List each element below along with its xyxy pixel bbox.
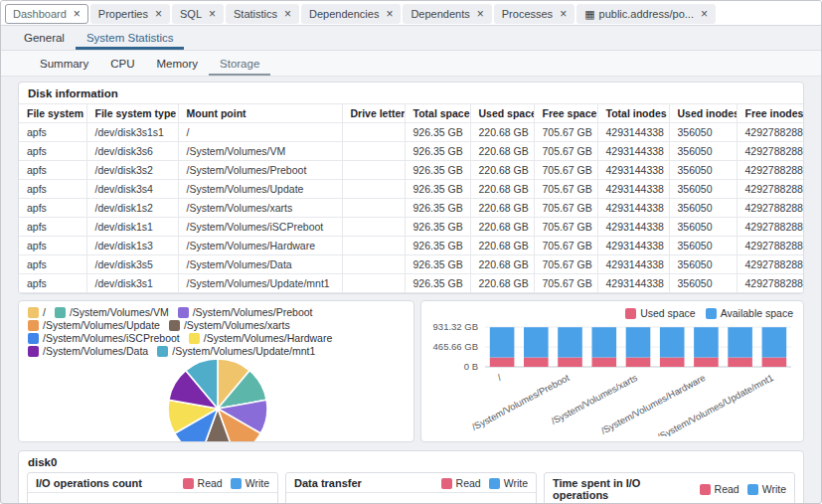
tab-general[interactable]: General	[13, 28, 76, 50]
close-icon[interactable]: ×	[386, 8, 393, 20]
y-axis-tick-label: 465.66 GB	[433, 341, 478, 352]
table-cell: /dev/disk3s5	[86, 255, 178, 274]
close-icon[interactable]: ×	[284, 8, 291, 20]
table-row: apfs/dev/disk3s5/System/Volumes/Data926.…	[19, 255, 804, 274]
table-cell: 356050	[669, 199, 737, 218]
column-header-free-space: Free space	[534, 104, 597, 123]
legend-label: /System/Volumes/VM	[70, 306, 169, 318]
table-cell	[342, 123, 405, 142]
tab-memory[interactable]: Memory	[145, 53, 209, 76]
dashboard-section-tabs: GeneralSystem Statistics	[1, 26, 821, 51]
pgadmin-dashboard-window: Dashboard×Properties×SQL×Statistics×Depe…	[0, 0, 822, 504]
table-row: apfs/dev/disk1s3/System/Volumes/Hardware…	[19, 237, 804, 255]
close-icon[interactable]: ×	[477, 8, 484, 20]
table-cell	[342, 199, 405, 218]
bar-chart-legend: Used spaceAvailable space	[421, 301, 803, 319]
table-cell: /System/Volumes/Hardware	[178, 237, 342, 255]
legend-label: Read	[198, 477, 223, 489]
legend-item-system-volumes-preboot: /System/Volumes/Preboot	[178, 306, 313, 318]
table-cell: apfs	[19, 180, 86, 199]
tab-processes[interactable]: Processes×	[494, 4, 575, 24]
legend-label: Used space	[640, 307, 695, 319]
table-cell: apfs	[19, 218, 86, 237]
table-cell: /System/Volumes/iSCPreboot	[178, 218, 342, 237]
legend-item-write: Write	[489, 477, 528, 489]
tab-properties[interactable]: Properties×	[90, 4, 170, 24]
legend-swatch	[441, 478, 452, 489]
table-cell: 356050	[669, 142, 737, 161]
chart-header: Time spent in I/O operationsReadWrite	[545, 473, 794, 504]
bar-segment-used-space	[524, 358, 549, 368]
legend-label: /System/Volumes/Hardware	[204, 332, 333, 344]
table-cell: /System/Volumes/Update/mnt1	[178, 274, 342, 293]
tab-label: public.address/po...	[599, 8, 694, 20]
table-cell: 926.35 GB	[405, 123, 470, 142]
chart-header: I/O operations countReadWrite	[28, 473, 277, 493]
data-transfer-panel: Data transferReadWrite314.79 GB	[285, 472, 537, 504]
table-cell: 356050	[669, 161, 737, 180]
table-cell: 4293144338	[597, 123, 669, 142]
legend-item-write: Write	[231, 477, 269, 489]
table-cell	[342, 161, 405, 180]
column-header-file-system-type: File system type	[86, 104, 178, 123]
table-cell	[342, 218, 405, 237]
bar-segment-available-space	[695, 327, 720, 357]
column-header-file-system: File system	[19, 104, 86, 123]
table-cell: /	[178, 123, 342, 142]
legend-item-system-volumes-data: /System/Volumes/Data	[28, 345, 148, 357]
tab-label: Properties	[98, 8, 148, 20]
column-header-used-inodes: Used inodes	[669, 104, 737, 123]
time-spent-in-i-o-operations-panel: Time spent in I/O operationsReadWrite1.1…	[544, 472, 795, 504]
column-header-drive-letter: Drive letter	[342, 104, 405, 123]
table-cell: 4293144338	[597, 274, 669, 293]
legend-label: Write	[762, 483, 786, 495]
table-cell: 705.67 GB	[534, 237, 597, 255]
table-cell: 926.35 GB	[405, 180, 470, 199]
close-icon[interactable]: ×	[560, 8, 567, 20]
table-row: apfs/dev/disk1s2/System/Volumes/xarts926…	[19, 199, 804, 218]
tab-dependents[interactable]: Dependents×	[403, 4, 491, 24]
tab-cpu[interactable]: CPU	[99, 53, 145, 76]
table-cell: 220.68 GB	[470, 161, 534, 180]
table-cell: 220.68 GB	[470, 255, 534, 274]
legend-label: /System/Volumes/Update/mnt1	[172, 345, 315, 357]
tab-system-statistics[interactable]: System Statistics	[76, 28, 185, 50]
table-cell: 926.35 GB	[405, 199, 470, 218]
disk-usage-pie-chart	[19, 357, 414, 442]
table-cell: 4292788288	[737, 255, 804, 274]
disk0-title: disk0	[19, 451, 803, 472]
table-cell: 926.35 GB	[405, 218, 470, 237]
tab-storage[interactable]: Storage	[209, 53, 270, 76]
close-icon[interactable]: ×	[701, 8, 708, 20]
legend-swatch	[489, 478, 500, 489]
table-grid-icon: ▦	[584, 9, 594, 20]
legend-swatch	[169, 320, 180, 331]
close-icon[interactable]: ×	[74, 8, 81, 20]
table-cell: 705.67 GB	[534, 218, 597, 237]
table-cell: /System/Volumes/Data	[178, 255, 342, 274]
tab-statistics[interactable]: Statistics×	[226, 4, 299, 24]
data-transfer-chart: 314.79 GB	[286, 493, 536, 504]
x-axis-tick-label: /System/Volumes/Update/mnt1	[656, 372, 775, 436]
tab-dashboard[interactable]: Dashboard×	[5, 4, 88, 24]
tab-public-address-po[interactable]: ▦public.address/po...×	[576, 4, 716, 24]
table-row: apfs/dev/disk3s4/System/Volumes/Update92…	[19, 180, 804, 199]
tab-summary[interactable]: Summary	[29, 53, 99, 76]
pie-chart-legend: //System/Volumes/VM/System/Volumes/Prebo…	[19, 301, 413, 357]
storage-tab-content: Disk information File systemFile system …	[1, 77, 821, 504]
legend-swatch	[625, 308, 636, 319]
legend-label: Read	[456, 477, 481, 489]
table-cell	[342, 142, 405, 161]
table-cell	[342, 237, 405, 255]
close-icon[interactable]: ×	[209, 8, 216, 20]
y-axis-tick-label: 0 B	[464, 361, 478, 372]
table-cell: 705.67 GB	[534, 274, 597, 293]
tab-sql[interactable]: SQL×	[172, 4, 224, 24]
table-cell: apfs	[19, 237, 86, 255]
table-cell: 705.67 GB	[534, 123, 597, 142]
bar-segment-available-space	[490, 327, 515, 357]
table-cell: 4292788288	[737, 123, 804, 142]
tab-dependencies[interactable]: Dependencies×	[301, 4, 401, 24]
table-cell: 705.67 GB	[534, 255, 597, 274]
close-icon[interactable]: ×	[155, 8, 162, 20]
